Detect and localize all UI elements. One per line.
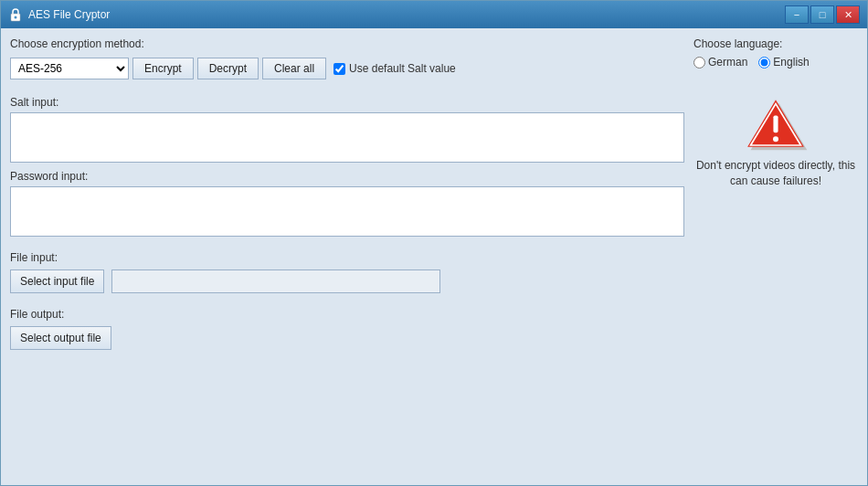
german-radio-wrapper: German	[693, 56, 747, 69]
english-radio[interactable]	[758, 57, 770, 69]
warning-icon	[744, 96, 808, 151]
password-input-label: Password input:	[10, 170, 684, 183]
english-radio-wrapper: English	[758, 56, 809, 69]
english-label[interactable]: English	[773, 56, 809, 69]
toolbar: Choose encryption method: AES-256 AES-12…	[10, 37, 684, 79]
svg-point-1	[15, 16, 17, 19]
encryption-method-dropdown-wrapper: AES-256 AES-128 AES-192	[10, 58, 129, 79]
german-label[interactable]: German	[708, 56, 747, 69]
use-default-salt-checkbox[interactable]	[333, 63, 345, 75]
title-bar-left: AES File Cryptor	[8, 7, 110, 22]
side-panel: Choose language: German English	[693, 37, 858, 476]
decrypt-button[interactable]: Decrypt	[197, 58, 259, 79]
encryption-method-label: Choose encryption method:	[10, 37, 684, 50]
language-label: Choose language:	[693, 37, 858, 50]
salt-input-label: Salt input:	[10, 96, 684, 109]
use-default-salt-wrapper: Use default Salt value	[333, 62, 456, 75]
app-icon	[8, 7, 23, 22]
svg-rect-5	[773, 115, 778, 132]
file-input-label: File input:	[10, 251, 684, 264]
warning-text: Don't encrypt videos directly, this can …	[693, 158, 858, 189]
window-title: AES File Cryptor	[28, 8, 110, 21]
main-window: AES File Cryptor − □ ✕ Choose encryption…	[0, 0, 868, 486]
main-panel: Choose encryption method: AES-256 AES-12…	[10, 37, 684, 476]
clear-all-button[interactable]: Clear all	[262, 58, 326, 79]
file-input-path-display	[111, 269, 440, 293]
close-button[interactable]: ✕	[836, 5, 860, 24]
use-default-salt-label[interactable]: Use default Salt value	[349, 62, 456, 75]
minimize-button[interactable]: −	[785, 5, 809, 24]
select-input-file-button[interactable]: Select input file	[10, 269, 104, 293]
encrypt-button[interactable]: Encrypt	[132, 58, 194, 79]
language-section: Choose language: German English	[693, 37, 858, 69]
maximize-button[interactable]: □	[810, 5, 834, 24]
salt-input-field[interactable]	[10, 112, 684, 163]
title-bar-buttons: − □ ✕	[785, 5, 860, 24]
title-bar: AES File Cryptor − □ ✕	[1, 1, 867, 28]
file-output-row: Select output file	[10, 326, 684, 350]
german-radio[interactable]	[693, 57, 705, 69]
encryption-method-select[interactable]: AES-256 AES-128 AES-192	[10, 58, 129, 79]
password-input-field[interactable]	[10, 186, 684, 237]
file-output-section: File output: Select output file	[10, 301, 684, 350]
svg-point-6	[773, 136, 778, 142]
file-input-section: File input: Select input file	[10, 244, 684, 293]
language-radio-group: German English	[693, 56, 858, 69]
file-output-label: File output:	[10, 308, 684, 321]
file-input-row: Select input file	[10, 269, 684, 293]
warning-box: Don't encrypt videos directly, this can …	[693, 96, 858, 189]
select-output-file-button[interactable]: Select output file	[10, 326, 111, 350]
window-body: Choose encryption method: AES-256 AES-12…	[1, 28, 867, 485]
